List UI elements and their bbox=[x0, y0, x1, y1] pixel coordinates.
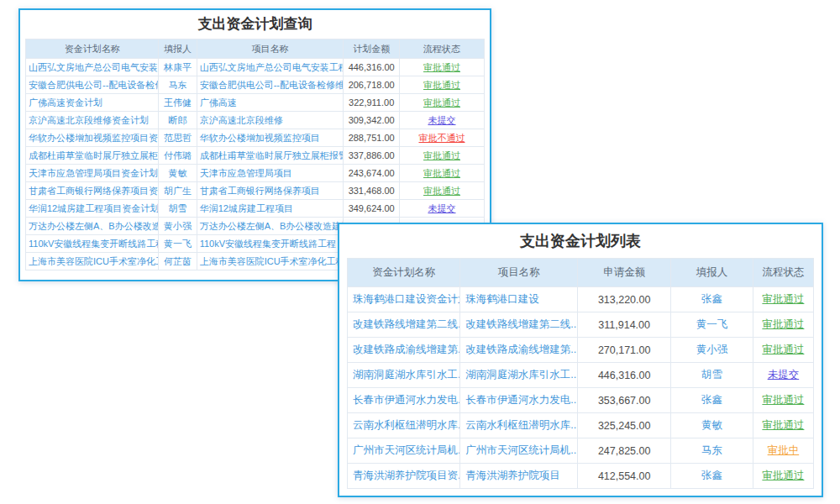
reporter-cell: 王伟健 bbox=[159, 94, 197, 112]
project-name-cell: 甘肃省工商银行网络保养项目 bbox=[197, 182, 344, 200]
status-link[interactable]: 审批通过 bbox=[753, 312, 813, 338]
reporter-cell: 胡雪 bbox=[671, 363, 753, 388]
project-name-cell: 110kV安徽线程集变开断线路工程 bbox=[197, 235, 344, 253]
table-row[interactable]: 甘肃省工商银行网络保养项目资金计划 胡广生 甘肃省工商银行网络保养项目 331,… bbox=[26, 182, 485, 200]
plan-name-cell: 广佛高速资金计划 bbox=[26, 94, 159, 112]
table-row[interactable]: 改建铁路线增建第二线... 改建铁路线增建第二线... 311,914.00 黄… bbox=[348, 312, 814, 338]
table-row[interactable]: 华润12城房建工程项目资金计划 胡雪 华润12城房建工程项目 349,624.0… bbox=[26, 200, 485, 218]
project-name-cell: 华润12城房建工程项目 bbox=[197, 200, 344, 218]
project-name-cell: 安徽合肥供电公司--配电设备检修维护 bbox=[197, 76, 344, 94]
plan-name-cell: 华软办公楼增加视频监控项目资金计划 bbox=[26, 129, 159, 147]
project-name-cell: 万达办公楼左侧A、B办公楼改造建设 bbox=[197, 218, 344, 235]
reporter-cell: 胡广生 bbox=[159, 182, 197, 200]
table-row[interactable]: 云南水利枢纽潜明水库... 云南水利枢纽潜明水库... 325,245.00 黄… bbox=[348, 413, 814, 438]
amount-cell: 243,674.00 bbox=[344, 165, 400, 182]
list-col-reporter: 填报人 bbox=[671, 259, 753, 287]
amount-cell: 412,554.00 bbox=[578, 464, 671, 489]
reporter-cell: 黄小强 bbox=[159, 218, 197, 235]
reporter-cell: 范思哲 bbox=[159, 129, 197, 147]
query-col-reporter: 填报人 bbox=[159, 39, 197, 59]
reporter-cell: 马东 bbox=[671, 438, 753, 464]
table-row[interactable]: 长春市伊通河水力发电... 长春市伊通河水力发电... 353,667.00 张… bbox=[348, 388, 814, 413]
list-col-project-name: 项目名称 bbox=[460, 259, 578, 287]
amount-cell: 446,316.00 bbox=[344, 59, 400, 76]
amount-cell: 309,342.00 bbox=[344, 112, 400, 129]
plan-name-cell: 山西弘文房地产总公司电气安装工程资金计划 bbox=[26, 59, 159, 76]
project-name-cell: 京沪高速北京段维修 bbox=[197, 112, 344, 129]
table-row[interactable]: 成都杜甫草堂临时展厅独立展柜报警设备资金计划 付伟璐 成都杜甫草堂临时展厅独立展… bbox=[26, 147, 485, 165]
status-link[interactable]: 未提交 bbox=[399, 112, 484, 129]
status-link[interactable]: 审批通过 bbox=[753, 338, 813, 363]
plan-name-cell: 成都杜甫草堂临时展厅独立展柜报警设备资金计划 bbox=[26, 147, 159, 165]
reporter-cell: 张鑫 bbox=[671, 464, 753, 489]
amount-cell: 325,245.00 bbox=[578, 413, 671, 438]
status-link[interactable]: 审批通过 bbox=[753, 287, 813, 312]
status-link[interactable]: 审批通过 bbox=[399, 59, 484, 76]
status-link[interactable]: 审批通过 bbox=[399, 182, 484, 200]
project-name-cell: 云南水利枢纽潜明水库... bbox=[460, 413, 578, 438]
query-header-row: 资金计划名称 填报人 项目名称 计划金额 流程状态 bbox=[26, 39, 485, 59]
status-link[interactable]: 审批通过 bbox=[753, 413, 813, 438]
amount-cell: 288,751.00 bbox=[344, 129, 400, 147]
status-link[interactable]: 审批不通过 bbox=[399, 129, 484, 147]
reporter-cell: 张鑫 bbox=[671, 388, 753, 413]
list-col-plan-name: 资金计划名称 bbox=[348, 259, 460, 287]
table-row[interactable]: 湖南洞庭湖水库引水工... 湖南洞庭湖水库引水工... 446,316.00 胡… bbox=[348, 363, 814, 388]
table-row[interactable]: 珠海鹤港口建设资金计划 珠海鹤港口建设 313,220.00 张鑫 审批通过 bbox=[348, 287, 814, 312]
reporter-cell: 林康平 bbox=[159, 59, 197, 76]
table-row[interactable]: 天津市应急管理局项目资金计划 黄敏 天津市应急管理局项目 243,674.00 … bbox=[26, 165, 485, 182]
plan-name-cell: 珠海鹤港口建设资金计划 bbox=[348, 287, 460, 312]
plan-name-cell: 湖南洞庭湖水库引水工... bbox=[348, 363, 460, 388]
project-name-cell: 华软办公楼增加视频监控项目 bbox=[197, 129, 344, 147]
reporter-cell: 断郎 bbox=[159, 112, 197, 129]
amount-cell: 353,667.00 bbox=[578, 388, 671, 413]
status-link[interactable]: 审批通过 bbox=[399, 165, 484, 182]
project-name-cell: 天津市应急管理局项目 bbox=[197, 165, 344, 182]
project-name-cell: 改建铁路线增建第二线... bbox=[460, 312, 578, 338]
amount-cell: 331,468.00 bbox=[344, 182, 400, 200]
plan-name-cell: 上海市美容医院ICU手术室净化工程资金计划 bbox=[26, 253, 159, 270]
plan-name-cell: 华润12城房建工程项目资金计划 bbox=[26, 200, 159, 218]
amount-cell: 446,316.00 bbox=[578, 363, 671, 388]
table-row[interactable]: 山西弘文房地产总公司电气安装工程资金计划 林康平 山西弘文房地产总公司电气安装工… bbox=[26, 59, 485, 76]
amount-cell: 313,220.00 bbox=[578, 287, 671, 312]
project-name-cell: 改建铁路成渝线增建第... bbox=[460, 338, 578, 363]
table-row[interactable]: 广州市天河区统计局机... 广州市天河区统计局机... 247,825.00 马… bbox=[348, 438, 814, 464]
table-row[interactable]: 青海洪湖养护院项目资... 青海洪湖养护院项目 412,554.00 张鑫 审批… bbox=[348, 464, 814, 489]
project-name-cell: 湖南洞庭湖水库引水工... bbox=[460, 363, 578, 388]
status-link[interactable]: 审批通过 bbox=[753, 388, 813, 413]
list-header-row: 资金计划名称 项目名称 申请金额 填报人 流程状态 bbox=[348, 259, 814, 287]
table-row[interactable]: 安徽合肥供电公司--配电设备检修维护资金计划 马东 安徽合肥供电公司--配电设备… bbox=[26, 76, 485, 94]
table-row[interactable]: 京沪高速北京段维修资金计划 断郎 京沪高速北京段维修 309,342.00 未提… bbox=[26, 112, 485, 129]
status-link[interactable]: 审批通过 bbox=[753, 464, 813, 489]
table-row[interactable]: 改建铁路成渝线增建第... 改建铁路成渝线增建第... 270,171.00 黄… bbox=[348, 338, 814, 363]
status-link[interactable]: 未提交 bbox=[399, 200, 484, 218]
project-name-cell: 珠海鹤港口建设 bbox=[460, 287, 578, 312]
project-name-cell: 上海市美容医院ICU手术室净化工程 bbox=[197, 253, 344, 270]
status-link[interactable]: 审批通过 bbox=[399, 147, 484, 165]
query-col-flow-status: 流程状态 bbox=[399, 39, 484, 59]
list-table: 资金计划名称 项目名称 申请金额 填报人 流程状态 珠海鹤港口建设资金计划 珠海… bbox=[347, 258, 814, 489]
amount-cell: 247,825.00 bbox=[578, 438, 671, 464]
amount-cell: 349,624.00 bbox=[344, 200, 400, 218]
plan-name-cell: 长春市伊通河水力发电... bbox=[348, 388, 460, 413]
project-name-cell: 山西弘文房地产总公司电气安装工程 bbox=[197, 59, 344, 76]
reporter-cell: 付伟璐 bbox=[159, 147, 197, 165]
plan-name-cell: 青海洪湖养护院项目资... bbox=[348, 464, 460, 489]
project-name-cell: 长春市伊通河水力发电... bbox=[460, 388, 578, 413]
plan-name-cell: 天津市应急管理局项目资金计划 bbox=[26, 165, 159, 182]
table-row[interactable]: 广佛高速资金计划 王伟健 广佛高速 322,911.00 审批通过 bbox=[26, 94, 485, 112]
reporter-cell: 何芷茵 bbox=[159, 253, 197, 270]
list-col-apply-amount: 申请金额 bbox=[578, 259, 671, 287]
status-link[interactable]: 未提交 bbox=[753, 363, 813, 388]
status-link[interactable]: 审批通过 bbox=[399, 76, 484, 94]
status-link[interactable]: 审批中 bbox=[753, 438, 813, 464]
plan-name-cell: 甘肃省工商银行网络保养项目资金计划 bbox=[26, 182, 159, 200]
query-panel-title: 支出资金计划查询 bbox=[25, 10, 485, 39]
table-row[interactable]: 华软办公楼增加视频监控项目资金计划 范思哲 华软办公楼增加视频监控项目 288,… bbox=[26, 129, 485, 147]
reporter-cell: 黄一飞 bbox=[671, 312, 753, 338]
reporter-cell: 张鑫 bbox=[671, 287, 753, 312]
amount-cell: 337,886.00 bbox=[344, 147, 400, 165]
status-link[interactable]: 审批通过 bbox=[399, 94, 484, 112]
plan-name-cell: 云南水利枢纽潜明水库... bbox=[348, 413, 460, 438]
